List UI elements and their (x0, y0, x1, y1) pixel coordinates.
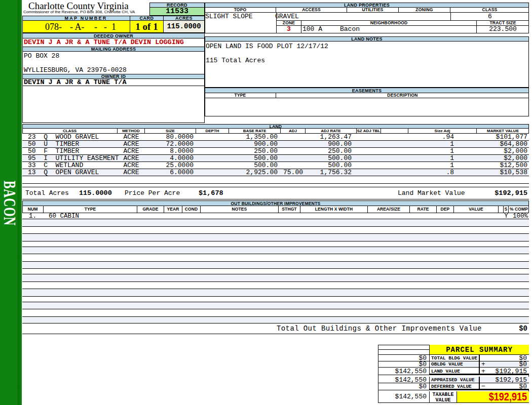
sidebar-label: BACON (3, 181, 19, 224)
property-record-card: BACON Charlotte County Virginia Commissi… (0, 0, 532, 405)
